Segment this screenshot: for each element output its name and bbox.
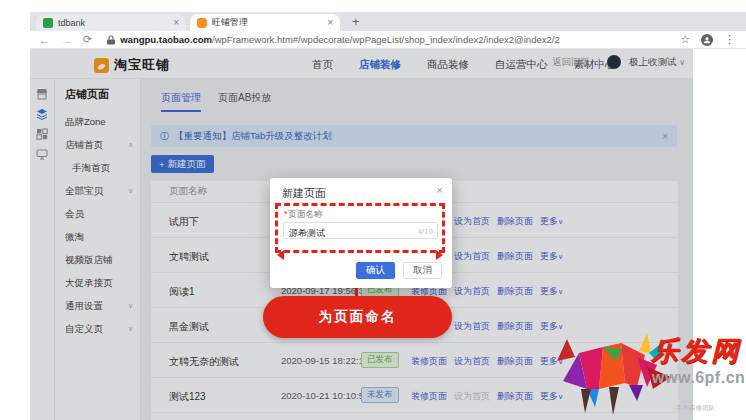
browser-tab-tdbank[interactable]: tdbank ×: [36, 14, 186, 31]
confirm-button[interactable]: 确认: [356, 262, 395, 279]
browser-toolbar: ← → ⟳ wangpu.taobao.com/wpFramework.htm#…: [30, 31, 746, 49]
close-tab-icon[interactable]: ×: [173, 17, 179, 28]
page-name-label: *页面名称: [284, 209, 322, 221]
wangpu-favicon: [197, 18, 207, 28]
tab-title: tdbank: [58, 18, 168, 28]
tdbank-favicon: [43, 18, 53, 28]
watermark-brand: 乐发网: [651, 333, 741, 369]
url-domain: wangpu.taobao.com: [120, 34, 212, 45]
annotation-pointer-left: [277, 250, 284, 260]
watermark-tagline: 手淘装修团队: [676, 404, 715, 413]
screenshot-root: tdbank × 旺铺管理 × + ← → ⟳ wangpu.taobao.co…: [0, 0, 746, 420]
required-asterisk: *: [284, 209, 287, 219]
watermark-site-url: www.6pf.cn: [652, 369, 745, 387]
browser-profile-icon[interactable]: [701, 34, 713, 46]
forward-icon[interactable]: →: [61, 34, 72, 46]
back-icon[interactable]: ←: [39, 34, 50, 46]
annotation-callout: 为页面命名: [263, 296, 452, 338]
close-modal-icon[interactable]: ×: [437, 184, 443, 196]
url-bar[interactable]: wangpu.taobao.com/wpFramework.htm#/wpdec…: [120, 34, 559, 45]
modal-title: 新建页面: [282, 186, 326, 201]
menu-kebab-icon[interactable]: ⋮: [724, 33, 735, 46]
reload-icon[interactable]: ⟳: [83, 33, 92, 46]
char-counter: 4/10: [417, 227, 433, 236]
annotation-pointer-right: [436, 250, 443, 260]
bookmark-star-icon[interactable]: ☆: [680, 33, 690, 46]
url-path: /wpFramework.htm#/wpdecorate/wpPageList/…: [212, 34, 560, 45]
cancel-button[interactable]: 取消: [403, 262, 442, 279]
close-tab-icon[interactable]: ×: [327, 17, 333, 28]
browser-tab-strip: tdbank × 旺铺管理 × +: [30, 12, 746, 31]
padlock-icon: [107, 35, 115, 45]
page-name-input[interactable]: 源希测试 4/10: [283, 222, 438, 239]
browser-tab-wangpu[interactable]: 旺铺管理 ×: [190, 14, 340, 31]
new-tab-icon[interactable]: +: [352, 14, 360, 29]
input-value: 源希测试: [289, 227, 325, 240]
tab-title: 旺铺管理: [212, 16, 322, 29]
new-page-modal: 新建页面 × *页面名称 源希测试 4/10 确认 取消: [270, 178, 452, 288]
